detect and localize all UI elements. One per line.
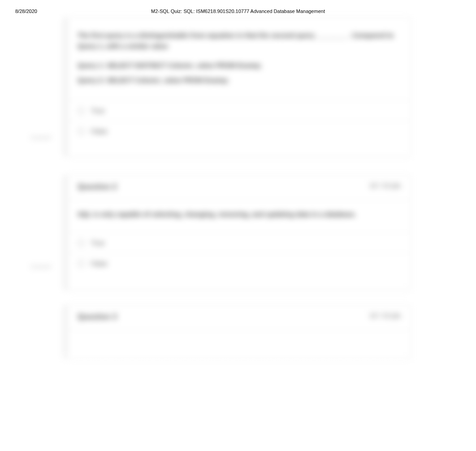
question-title: Question 2 — [78, 182, 117, 191]
question-title: Question 3 — [78, 312, 117, 321]
answer-option-false[interactable]: False — [68, 253, 411, 273]
card-accent — [63, 175, 68, 290]
content-area: The first query is a distinguishable fro… — [0, 13, 476, 451]
answer-list: True False — [68, 100, 411, 141]
card-accent — [63, 17, 68, 156]
radio-icon — [78, 107, 85, 114]
correct-marker: Correct! — [30, 264, 52, 270]
answer-label: False — [91, 260, 108, 267]
question-text: SQL is only capable of selecting, changi… — [78, 209, 401, 220]
radio-icon — [78, 239, 85, 247]
bottom-fade-overlay — [0, 348, 476, 451]
correct-marker: Correct! — [30, 134, 52, 141]
answer-option-false[interactable]: False — [68, 121, 411, 141]
answer-label: True — [91, 107, 104, 114]
answer-option-true[interactable]: True — [68, 232, 411, 253]
question-header: Question 3 10 / 10 pts — [68, 305, 411, 330]
question-text: The first query is a distinguishable fro… — [78, 30, 401, 52]
radio-icon — [78, 128, 85, 135]
question-points: 10 / 10 pts — [369, 182, 401, 189]
query-line-2: Query 2: SELECT Column_value FROM Examp; — [78, 73, 401, 87]
answer-label: False — [91, 127, 108, 135]
question-header: Question 2 10 / 10 pts — [68, 175, 411, 200]
answer-option-true[interactable]: True — [68, 100, 411, 121]
radio-icon — [78, 260, 85, 267]
answer-list: True False — [68, 232, 411, 273]
question-points: 10 / 10 pts — [369, 312, 401, 319]
answer-label: True — [91, 239, 104, 247]
question-card-2: Question 2 10 / 10 pts SQL is only capab… — [67, 175, 411, 291]
query-line-1: Query 1: SELECT DISTINCT Column_value FR… — [78, 58, 401, 73]
question-card-1-partial: The first query is a distinguishable fro… — [67, 17, 411, 157]
